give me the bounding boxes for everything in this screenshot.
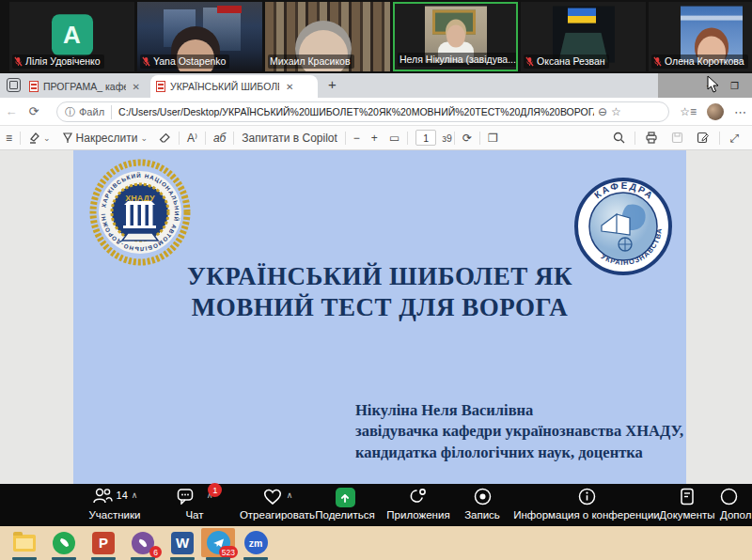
chat-badge: 1 bbox=[208, 483, 222, 497]
tab-programa[interactable]: ПРОГРАМА_ кафедральної конф ✕ bbox=[24, 75, 148, 98]
participant-tile-lilia[interactable]: A Лілія Удовіченко bbox=[9, 2, 134, 71]
profile-avatar[interactable] bbox=[707, 103, 724, 120]
participant-name: Неля Нікуліна (завідува... bbox=[398, 53, 517, 67]
save-as-button[interactable] bbox=[691, 132, 715, 144]
file-explorer-icon bbox=[13, 535, 36, 552]
eraser-tool[interactable] bbox=[153, 132, 177, 144]
participant-tile-yana[interactable]: Yana Ostapenko bbox=[137, 2, 262, 71]
participant-tile-mikhail[interactable]: Михаил Красиков bbox=[265, 2, 390, 71]
close-tab-icon[interactable]: ✕ bbox=[284, 82, 295, 92]
participants-chevron-icon[interactable]: ∧ bbox=[132, 490, 138, 500]
highlighter-tool[interactable]: ⌄ bbox=[23, 132, 56, 144]
more-button[interactable]: Допол bbox=[720, 488, 752, 521]
heart-icon bbox=[262, 488, 283, 506]
participant-tile-olena[interactable]: Олена Короткова bbox=[649, 2, 752, 71]
highlighter-icon bbox=[28, 132, 40, 144]
window-controls: − ❐ bbox=[658, 73, 752, 98]
pdf-viewport[interactable]: ХАРКІВСЬКИЙ НАЦІОНАЛЬНИЙ АВТОМОБІЛЬНО-ДО… bbox=[0, 150, 752, 484]
tab-shibolet-active[interactable]: УКРАЇНСЬКИЙ ШИБОЛЕТ ЯК МО ✕ bbox=[150, 75, 318, 98]
chat-button[interactable]: 1 ∧ Чат bbox=[162, 488, 227, 521]
taskbar-telegram[interactable]: 523 bbox=[201, 528, 235, 557]
slide-title: УКРАЇНСЬКИЙ ШИБОЛЕТ ЯК МОВНИЙ ТЕСТ ДЛЯ В… bbox=[73, 261, 686, 323]
share-screen-button[interactable]: Поделиться bbox=[303, 488, 387, 521]
participants-button[interactable]: 14 ∧ Участники bbox=[68, 488, 162, 521]
save-button[interactable] bbox=[666, 132, 689, 144]
info-circle-icon: ⓘ bbox=[65, 105, 75, 119]
taskbar-file-explorer[interactable] bbox=[8, 528, 41, 557]
mic-muted-icon bbox=[525, 56, 534, 67]
react-chevron-icon[interactable]: ∧ bbox=[287, 490, 293, 500]
share-icon bbox=[336, 488, 355, 507]
avatar: A bbox=[52, 14, 93, 55]
copilot-button[interactable]: Запитати в Copilot bbox=[236, 132, 343, 145]
restore-button[interactable]: ❐ bbox=[730, 81, 739, 91]
search-button[interactable] bbox=[607, 132, 631, 144]
word-icon: W bbox=[171, 532, 194, 554]
print-button[interactable] bbox=[639, 132, 664, 144]
pdf-toolbar: ≡ ⌄ Накреслити ⌄ A⁾ аб Запитати в Copilo… bbox=[0, 126, 752, 150]
mic-muted-icon bbox=[14, 56, 23, 67]
participant-tile-oksana[interactable]: Оксана Резван bbox=[521, 2, 646, 71]
collections-icon[interactable]: ☆≡ bbox=[680, 105, 697, 118]
page-view-button[interactable]: ❐ bbox=[482, 132, 504, 145]
taskbar-powerpoint[interactable]: P bbox=[86, 528, 120, 557]
zoom-in-button[interactable]: + bbox=[366, 132, 384, 145]
new-tab-button[interactable]: + bbox=[324, 76, 340, 92]
dictionary-button[interactable]: аб bbox=[208, 132, 231, 145]
browser-address-bar: ← ⟳ ⓘ Файл C:/Users/User/Desktop/УКРАЇНС… bbox=[0, 98, 752, 126]
participant-count: 14 bbox=[117, 490, 128, 501]
taskbar-zoom[interactable]: zm bbox=[239, 528, 273, 557]
zoom-out-page-icon[interactable]: ⊖ bbox=[598, 105, 607, 118]
fullscreen-button[interactable]: ⤢ bbox=[724, 132, 744, 145]
close-tab-icon[interactable]: ✕ bbox=[131, 82, 142, 92]
page-number-input[interactable]: 1 bbox=[415, 130, 436, 146]
participant-name: Yana Ostapenko bbox=[140, 54, 229, 69]
meeting-info-button[interactable]: Информация о конференции bbox=[506, 488, 667, 521]
participant-name: Олена Короткова bbox=[651, 54, 748, 69]
documents-button[interactable]: Документы bbox=[654, 488, 720, 521]
eraser-icon bbox=[159, 132, 171, 144]
document-icon bbox=[680, 488, 695, 506]
rotate-button[interactable]: ⟳ bbox=[457, 132, 478, 145]
pdf-toolbar-right: ⤢ bbox=[607, 132, 752, 145]
zoom-app-icon: zm bbox=[244, 531, 268, 554]
whatsapp-icon bbox=[53, 532, 75, 554]
mic-muted-icon bbox=[653, 56, 662, 67]
address-field[interactable]: ⓘ Файл C:/Users/User/Desktop/УКРАЇНСЬКИЙ… bbox=[56, 101, 669, 122]
participant-name: Оксана Резван bbox=[524, 54, 609, 69]
search-icon bbox=[613, 132, 625, 144]
mouse-cursor bbox=[707, 75, 721, 94]
info-icon bbox=[578, 488, 596, 506]
more-icon bbox=[720, 488, 738, 506]
reload-icon[interactable]: ⟳ bbox=[23, 104, 45, 118]
taskbar-word[interactable]: W bbox=[165, 528, 199, 557]
tab-search-icon[interactable] bbox=[7, 78, 21, 92]
presentation-slide: ХАРКІВСЬКИЙ НАЦІОНАЛЬНИЙ АВТОМОБІЛЬНО-ДО… bbox=[73, 150, 686, 484]
taskbar-viber[interactable]: 6 bbox=[126, 528, 160, 557]
file-scheme-label[interactable]: ⓘ Файл bbox=[65, 105, 112, 119]
zoom-out-button[interactable]: − bbox=[348, 132, 366, 145]
browser-menu-icon[interactable]: ⋯ bbox=[734, 105, 746, 119]
favorite-star-icon[interactable]: ☆ bbox=[611, 105, 621, 118]
participant-name: Лілія Удовіченко bbox=[12, 54, 104, 69]
record-button[interactable]: Запись bbox=[454, 488, 510, 521]
fit-page-button[interactable]: ▭ bbox=[384, 132, 405, 145]
draw-tool[interactable]: Накреслити ⌄ bbox=[56, 132, 153, 145]
back-icon[interactable]: ← bbox=[0, 104, 23, 118]
save-as-icon bbox=[697, 132, 710, 144]
participant-tile-nelia-active-speaker[interactable]: Неля Нікуліна (завідува... bbox=[393, 2, 518, 71]
participant-name: Михаил Красиков bbox=[268, 54, 354, 69]
chat-icon bbox=[177, 488, 196, 505]
pen-icon bbox=[62, 132, 73, 144]
screen: A Лілія Удовіченко Yana Ostapenko Михаил… bbox=[0, 0, 752, 560]
save-icon bbox=[671, 132, 683, 144]
apps-button[interactable]: Приложения bbox=[376, 488, 461, 521]
read-aloud-button[interactable]: A⁾ bbox=[181, 132, 203, 145]
toc-icon[interactable]: ≡ bbox=[0, 132, 18, 145]
url-text: C:/Users/User/Desktop/УКРАЇНСЬКИЙ%20ШИБО… bbox=[118, 106, 594, 117]
taskbar-whatsapp[interactable] bbox=[47, 528, 81, 557]
page-count-label: з9 bbox=[442, 132, 452, 144]
address-bar-actions: ☆≡ ⋯ bbox=[680, 101, 746, 122]
pdf-file-icon bbox=[156, 81, 165, 92]
participants-icon bbox=[92, 488, 113, 504]
